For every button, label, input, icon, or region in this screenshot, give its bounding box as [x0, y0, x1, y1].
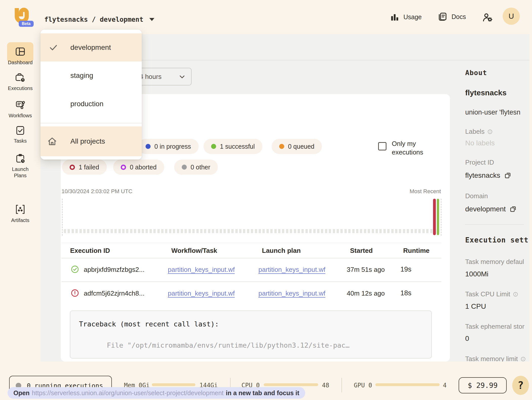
project-id-row: flytesnacks	[465, 171, 511, 180]
breadcrumb-text: flytesnacks / development	[44, 16, 143, 23]
setting-value: 1 CPU	[465, 302, 486, 310]
copy-icon[interactable]	[509, 205, 517, 213]
beta-badge: Beta	[19, 21, 34, 27]
sidebar-item-label: Launch Plans	[5, 166, 35, 179]
menu-item-development[interactable]: development	[40, 33, 142, 61]
artifacts-icon	[14, 204, 26, 215]
setting-label: Task memory defaul	[465, 258, 530, 266]
sidebar-item-label: Dashboard	[8, 59, 33, 66]
menu-item-staging[interactable]: staging	[40, 61, 142, 90]
help-button[interactable]: ?	[512, 376, 529, 395]
tooltip-prefix: Open	[13, 389, 30, 397]
launch-plans-icon	[14, 152, 26, 164]
timeline-end-label: Most Recent	[354, 188, 441, 195]
usage-label: Usage	[403, 13, 422, 21]
union-dashboard-page: 24 hours 0 in progress 1 successful 0 qu…	[0, 0, 532, 400]
home-icon	[47, 136, 57, 146]
docs-icon	[437, 12, 447, 22]
domain-value: development	[465, 205, 506, 213]
info-icon[interactable]	[520, 356, 526, 362]
timeline-succeeded-bar	[437, 199, 439, 235]
other-dot-icon	[182, 165, 187, 170]
link-action-tooltip: Open https://serverless.union.ai/org/uni…	[8, 387, 305, 399]
sidebar-item-dashboard[interactable]: Dashboard	[0, 46, 40, 66]
info-icon[interactable]	[513, 292, 518, 297]
info-icon[interactable]	[487, 129, 493, 135]
chip-label: 0 in progress	[154, 143, 191, 150]
user-avatar[interactable]: U	[503, 8, 520, 25]
sidebar-item-workflows[interactable]: Workflows	[0, 99, 40, 119]
only-my-executions-checkbox[interactable]	[378, 142, 386, 150]
docs-label: Docs	[452, 13, 466, 20]
sidebar-item-label: Workflows	[9, 113, 32, 119]
sidebar-item-tasks[interactable]: Tasks	[0, 125, 40, 144]
sidebar-item-label: Executions	[8, 85, 33, 92]
chip-failed[interactable]: 1 failed	[62, 160, 107, 175]
setting-value: 0	[465, 335, 469, 343]
menu-item-label: production	[70, 100, 104, 108]
menu-item-label: development	[70, 43, 111, 52]
labels-value: No labels	[465, 139, 495, 147]
copy-icon[interactable]	[504, 172, 511, 179]
setting-label-text: Task CPU Limit	[465, 290, 510, 298]
menu-item-label: All projects	[70, 137, 105, 145]
dashboard-icon	[14, 46, 26, 57]
column-header-execution-id: Execution ID	[70, 247, 110, 255]
chip-queued[interactable]: 0 queued	[272, 139, 322, 154]
timeline-failed-bar	[433, 199, 436, 235]
workflow-link[interactable]: partition_keys_input.wf	[168, 266, 235, 274]
docs-nav-button[interactable]: Docs	[437, 12, 466, 22]
breadcrumb[interactable]: flytesnacks / development	[44, 14, 154, 25]
sidebar-item-artifacts[interactable]: Artifacts	[0, 204, 40, 224]
gpu-meter-label: GPU 0	[354, 382, 372, 389]
sidebar-item-launch-plans[interactable]: Launch Plans	[0, 152, 40, 179]
tasks-icon	[15, 125, 26, 136]
bar-chart-icon	[390, 12, 399, 22]
traceback-line-1: Traceback (most recent call last):	[79, 320, 219, 328]
column-header-workflow-task: Workflow/Task	[171, 247, 217, 255]
started-value: 37m 51s ago	[347, 266, 385, 274]
menu-item-production[interactable]: production	[40, 90, 142, 118]
runtime-value: 19s	[400, 265, 412, 273]
chip-other[interactable]: 0 other	[174, 160, 218, 175]
column-header-launch-plan: Launch plan	[262, 247, 301, 255]
gpu-meter-bar	[375, 383, 440, 386]
chevron-down-icon	[179, 73, 186, 80]
launch-plan-link[interactable]: partition_keys_input.wf	[258, 266, 325, 274]
chip-aborted[interactable]: 0 aborted	[113, 160, 164, 175]
table-header-divider	[62, 258, 441, 258]
table-top-border	[62, 243, 441, 243]
chip-successful[interactable]: 1 successful	[203, 139, 262, 154]
panel-divider	[465, 224, 524, 225]
table-row-divider	[62, 281, 441, 282]
mem-meter-bar	[152, 383, 195, 386]
user-settings-icon[interactable]	[482, 12, 493, 23]
chip-in-progress[interactable]: 0 in progress	[138, 139, 199, 154]
chip-label: 1 failed	[79, 164, 99, 171]
launch-plan-link[interactable]: partition_keys_input.wf	[258, 290, 325, 297]
only-my-executions-label: Only my executions	[392, 140, 436, 157]
about-panel-title: About	[465, 69, 487, 77]
tooltip-suffix: in a new tab and focus it	[226, 389, 299, 397]
column-header-started: Started	[350, 247, 373, 255]
in-progress-dot-icon	[146, 144, 151, 149]
gpu-meter-max: 4	[443, 382, 446, 389]
meter-divider	[341, 378, 342, 392]
cost-button[interactable]: $ 29.99	[459, 377, 507, 393]
breadcrumb-caret-icon	[149, 18, 154, 21]
usage-nav-button[interactable]: Usage	[390, 12, 422, 22]
executions-icon	[14, 72, 26, 83]
menu-item-all-projects[interactable]: All projects	[40, 126, 142, 156]
project-id-label: Project ID	[465, 159, 494, 166]
project-description: union-user 'flytesn	[465, 108, 530, 116]
sidebar-item-executions[interactable]: Executions	[0, 72, 40, 92]
project-id-value: flytesnacks	[465, 171, 500, 180]
workflow-link[interactable]: partition_keys_input.wf	[168, 290, 235, 297]
chip-label: 0 queued	[288, 143, 314, 150]
domain-row: development	[465, 205, 517, 213]
runtime-value: 18s	[400, 289, 412, 297]
menu-item-label: staging	[70, 72, 93, 80]
chip-label: 0 aborted	[130, 164, 157, 171]
chip-label: 0 other	[191, 164, 210, 171]
execution-id: apbrjxfd9mzfzbgs2...	[84, 266, 145, 274]
